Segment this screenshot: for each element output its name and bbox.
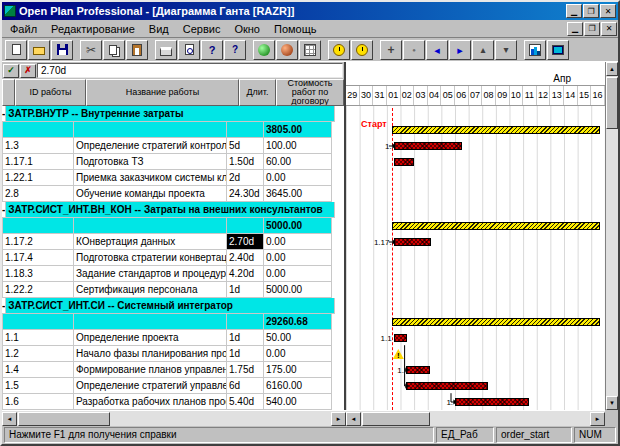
cell-id[interactable]: 1.5: [3, 378, 74, 394]
cell-cost[interactable]: 3645.00: [264, 186, 332, 202]
table-row[interactable]: 1.22.2Сертификация персонала1d5000.00: [2, 282, 344, 298]
table-row[interactable]: 29260.68: [2, 314, 344, 330]
cell-name[interactable]: Сертификация персонала: [74, 282, 227, 298]
mdi-restore-button[interactable]: ❐: [584, 22, 600, 36]
table-row[interactable]: 1.6Разработка рабочих планов проекта5.40…: [2, 394, 344, 410]
cell-id[interactable]: 1.3: [3, 138, 74, 154]
cell-name[interactable]: КОнвертация данных: [74, 234, 227, 250]
cell-id[interactable]: 1.18.3: [3, 266, 74, 282]
menu-item-Вид[interactable]: Вид: [142, 22, 176, 36]
table-row[interactable]: -ЗАТР.ВНУТР -- Внутренние затраты: [2, 106, 344, 122]
move-up-button[interactable]: ▴: [472, 40, 494, 60]
table-row[interactable]: 1.2Начало фазы планирования проекта1d0.0…: [2, 346, 344, 362]
gantt-bar-task[interactable]: [394, 142, 462, 150]
cell-name[interactable]: Подготовка стратегии конвертации: [74, 250, 227, 266]
cell-id[interactable]: [3, 218, 74, 234]
cell-cost[interactable]: 0.00: [264, 234, 332, 250]
menu-item-Файл[interactable]: Файл: [3, 22, 44, 36]
cell-dur[interactable]: 1.50d: [227, 154, 264, 170]
vertical-scrollbar[interactable]: ▲ ▼: [605, 62, 618, 410]
cell-cost[interactable]: 0.00: [264, 250, 332, 266]
column-header-cost[interactable]: Стоимость работ по договору: [276, 79, 344, 106]
cell-cost[interactable]: 50.00: [264, 330, 332, 346]
cell-name[interactable]: [74, 122, 227, 138]
table-row[interactable]: 1.3Определение стратегий контроля и отч5…: [2, 138, 344, 154]
link-activities-button[interactable]: ●: [403, 40, 425, 60]
cell-cost[interactable]: 5000.00: [264, 218, 332, 234]
cell-name[interactable]: Разработка рабочих планов проекта: [74, 394, 227, 410]
cell-dur[interactable]: 1d: [227, 282, 264, 298]
cell-cost[interactable]: 0.00: [264, 346, 332, 362]
minimize-button[interactable]: ▁: [566, 4, 582, 18]
paste-button[interactable]: [126, 40, 148, 60]
cut-button[interactable]: ✂: [80, 40, 102, 60]
cell-cost[interactable]: 6160.00: [264, 378, 332, 394]
gantt-bar-task[interactable]: [394, 238, 431, 246]
gantt-bar-task[interactable]: [394, 158, 414, 166]
scroll-up-button[interactable]: ▲: [606, 62, 618, 76]
cell-id[interactable]: [3, 314, 74, 330]
cell-name[interactable]: [74, 314, 227, 330]
cell-name[interactable]: Начало фазы планирования проекта: [74, 346, 227, 362]
restore-button[interactable]: ❐: [583, 4, 599, 18]
table-row[interactable]: 1.17.4Подготовка стратегии конвертации2.…: [2, 250, 344, 266]
cell-dur[interactable]: 24.30d: [227, 186, 264, 202]
cell-cost[interactable]: 0.00: [264, 266, 332, 282]
print-preview-button[interactable]: [178, 40, 200, 60]
cell-id[interactable]: 1.6: [3, 394, 74, 410]
cell-dur[interactable]: [227, 314, 264, 330]
cell-cost[interactable]: 29260.68: [264, 314, 332, 330]
print-button[interactable]: [155, 40, 177, 60]
table-scroll-left-button[interactable]: ◄: [2, 412, 17, 426]
table-row[interactable]: 1.17.2КОнвертация данных2.70d0.00: [2, 234, 344, 250]
gantt-bar-task[interactable]: [394, 334, 408, 342]
cell-cost[interactable]: 540.00: [264, 394, 332, 410]
gantt-bar-summary[interactable]: [392, 318, 599, 326]
progress-button[interactable]: [276, 40, 298, 60]
mdi-minimize-button[interactable]: ▁: [567, 22, 583, 36]
cell-id[interactable]: 1.22.2: [3, 282, 74, 298]
cell-name[interactable]: Определение стратегий контроля и отч: [74, 138, 227, 154]
gantt-bar-task[interactable]: [455, 398, 529, 406]
cell-dur[interactable]: 1d: [227, 330, 264, 346]
column-header-outline[interactable]: [2, 79, 15, 106]
cell-cost[interactable]: 100.00: [264, 138, 332, 154]
cell-name[interactable]: Определение стратегий управления и: [74, 378, 227, 394]
table-row[interactable]: 1.4Формирование планов управления1.75d17…: [2, 362, 344, 378]
table-row[interactable]: -ЗАТР.СИСТ_ИНТ.ВН_КОН -- Затраты на внеш…: [2, 202, 344, 218]
menu-item-Сервис[interactable]: Сервис: [176, 22, 228, 36]
cell-name[interactable]: Задание стандартов и процедур по д: [74, 266, 227, 282]
new-document-button[interactable]: [5, 40, 27, 60]
menu-item-Окно[interactable]: Окно: [227, 22, 267, 36]
cell-dur[interactable]: 1d: [227, 346, 264, 362]
context-help-button[interactable]: ?: [224, 40, 246, 60]
table-row[interactable]: 1.18.3Задание стандартов и процедур по д…: [2, 266, 344, 282]
cell-dur[interactable]: 1.75d: [227, 362, 264, 378]
open-project-button[interactable]: [28, 40, 50, 60]
column-header-id[interactable]: ID работы: [15, 79, 86, 106]
cell-name[interactable]: Формирование планов управления: [74, 362, 227, 378]
outdent-button[interactable]: ◂: [426, 40, 448, 60]
menu-item-Редактирование[interactable]: Редактирование: [44, 22, 142, 36]
cell-name[interactable]: Приемка заказчиком системы клиент: [74, 170, 227, 186]
move-down-button[interactable]: ▾: [495, 40, 517, 60]
cell-cost[interactable]: 5000.00: [264, 282, 332, 298]
accept-edit-button[interactable]: ✓: [3, 64, 19, 78]
cell-id[interactable]: 1.4: [3, 362, 74, 378]
table-scroll-right-button[interactable]: ►: [331, 412, 346, 426]
cell-id[interactable]: 1.17.4: [3, 250, 74, 266]
cell-dur[interactable]: 4.20d: [227, 266, 264, 282]
table-row[interactable]: 1.5Определение стратегий управления и6d6…: [2, 378, 344, 394]
gantt-scroll-thumb[interactable]: [362, 412, 430, 426]
help-button[interactable]: ?: [201, 40, 223, 60]
table-row[interactable]: 1.1Определение проекта1d50.00: [2, 330, 344, 346]
gantt-scroll-right-button[interactable]: ►: [590, 412, 605, 426]
table-horizontal-scrollbar[interactable]: ◄ ►: [2, 410, 346, 426]
gantt-bar-summary[interactable]: [392, 126, 599, 134]
scroll-down-button[interactable]: ▼: [606, 396, 618, 410]
barchart-view-button[interactable]: [524, 40, 546, 60]
gantt-bar-summary[interactable]: [392, 222, 599, 230]
cell-dur[interactable]: 2d: [227, 170, 264, 186]
cell-id[interactable]: 1.2: [3, 346, 74, 362]
cell-cost[interactable]: 3805.00: [264, 122, 332, 138]
